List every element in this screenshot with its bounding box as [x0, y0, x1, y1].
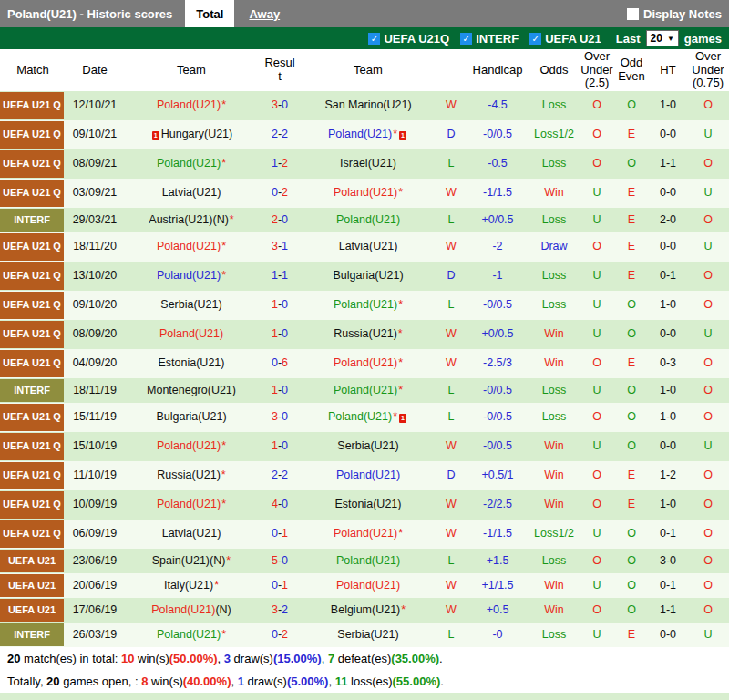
- handicap-value: +1/1.5: [467, 580, 529, 592]
- odd-even-result: E: [614, 357, 649, 370]
- away-goals: 1: [282, 240, 288, 252]
- competition-badge: UEFA U21: [0, 574, 64, 597]
- last-label: Last: [616, 32, 641, 46]
- result-letter: W: [436, 528, 467, 540]
- result-letter: D: [436, 129, 467, 141]
- competition-badge: UEFA U21 Q: [0, 121, 64, 149]
- team-name: Poland(U21): [334, 527, 397, 540]
- column-header: Odds: [529, 64, 580, 77]
- display-notes-checkbox-icon[interactable]: [627, 8, 639, 20]
- full-time-score: 0-2: [259, 187, 301, 200]
- half-time-score: 0-3: [649, 357, 687, 370]
- table-row: UEFA U21 Q 06/09/19 Latvia(U21) 0-1 Pola…: [0, 520, 729, 549]
- competition-badge: UEFA U21 Q: [0, 520, 64, 548]
- over-under-2-5-result: U: [580, 629, 614, 642]
- over-under-2-5-result: O: [580, 604, 614, 617]
- result-letter: L: [436, 411, 467, 424]
- team-name: Poland(U21): [336, 468, 400, 481]
- summary-segment: ,: [322, 652, 328, 665]
- competition-badge: UEFA U21 Q: [0, 491, 64, 519]
- star-mark: *: [398, 384, 403, 396]
- away-team: Poland(U21)*: [301, 299, 436, 312]
- handicap-odds-result: Loss: [529, 385, 580, 397]
- home-goals: 5: [272, 554, 278, 567]
- team-name: Austria(U21): [149, 213, 212, 226]
- over-under-2-5-result: O: [580, 469, 614, 482]
- checkbox-checked-icon[interactable]: ✓: [460, 33, 472, 45]
- checkbox-checked-icon[interactable]: ✓: [529, 33, 541, 45]
- historic-scores-panel: Poland(U21) - Historic scores Total Away…: [0, 0, 729, 700]
- home-team: Poland(U21)*: [124, 158, 259, 170]
- summary-segment: win(s): [134, 652, 169, 665]
- half-time-score: 0-0: [649, 440, 687, 453]
- handicap-odds-result: Loss: [529, 214, 580, 227]
- handicap-odds-result: Win: [529, 357, 580, 370]
- summary-segment: 1: [238, 674, 244, 688]
- summary-segment: ,: [218, 652, 224, 665]
- over-under-0-75-result: O: [687, 214, 729, 227]
- handicap-value: -2/2.5: [467, 499, 529, 511]
- match-date: 13/10/20: [66, 270, 124, 283]
- full-time-score: 3-2: [259, 604, 301, 617]
- odd-even-result: O: [614, 440, 649, 453]
- table-row: INTERF 18/11/19 Montenegro(U21) 1-0 Pola…: [0, 378, 729, 403]
- result-letter: W: [436, 440, 467, 453]
- table-row: UEFA U21 Q 08/09/20 Poland(U21) 1-0 Russ…: [0, 320, 729, 349]
- team-name: Poland(U21): [157, 628, 221, 641]
- handicap-odds-result: Win: [529, 580, 580, 592]
- tab-away[interactable]: Away: [249, 7, 280, 21]
- last-games-select[interactable]: 20 ▼: [646, 30, 679, 46]
- team-name: Poland(U21): [157, 439, 221, 452]
- summary-segment: (15.00%): [273, 652, 322, 665]
- handicap-odds-result: Loss: [529, 299, 580, 312]
- summary-segment: 20: [46, 674, 59, 688]
- away-team: Serbia(U21): [301, 629, 436, 642]
- full-time-score: 0-6: [259, 357, 301, 370]
- odd-even-result: O: [614, 385, 649, 397]
- table-row: INTERF 29/03/21 Austria(U21)(N)* 2-0 Pol…: [0, 208, 729, 232]
- checkbox-checked-icon[interactable]: ✓: [368, 33, 380, 45]
- last-games-value: 20: [651, 32, 662, 45]
- page-title: Poland(U21) - Historic scores: [7, 7, 172, 21]
- away-goals: 1: [282, 579, 288, 592]
- summary-segment: (55.00%): [393, 674, 441, 688]
- table-row: UEFA U21 23/06/19 Spain(U21)(N)* 5-0 Pol…: [0, 549, 729, 573]
- handicap-value: -0/0.5: [467, 129, 529, 141]
- away-goals: 0: [282, 439, 288, 452]
- tab-total[interactable]: Total: [185, 0, 234, 27]
- filter-uefa-u21q[interactable]: ✓ UEFA U21Q: [368, 32, 449, 46]
- odd-even-result: O: [614, 299, 649, 312]
- handicap-odds-result: Win: [529, 469, 580, 482]
- team-name: Poland(U21): [159, 327, 223, 340]
- over-under-2-5-result: O: [580, 357, 614, 370]
- display-notes-label: Display Notes: [643, 7, 722, 21]
- filter-interf[interactable]: ✓ INTERF: [460, 32, 519, 46]
- summary-segment: (35.00%): [391, 652, 439, 665]
- table-row: UEFA U21 Q 08/09/21 Poland(U21)* 1-2 Isr…: [0, 149, 729, 179]
- team-name: Poland(U21): [157, 269, 221, 282]
- filter-uefa-u21[interactable]: ✓ UEFA U21: [529, 32, 601, 46]
- result-letter: W: [436, 604, 467, 617]
- home-team: 1Hungary(U21): [124, 129, 259, 141]
- team-name: Poland(U21): [334, 356, 397, 369]
- handicap-value: -4.5: [467, 99, 529, 112]
- table-row: UEFA U21 Q 03/09/21 Latvia(U21) 0-2 Pola…: [0, 179, 729, 208]
- competition-badge: INTERF: [0, 623, 64, 646]
- half-time-score: 1-0: [649, 411, 687, 424]
- competition-badge: UEFA U21 Q: [0, 350, 64, 377]
- away-team: Serbia(U21): [301, 440, 436, 453]
- star-mark: *: [221, 240, 226, 252]
- away-team: Poland(U21)*: [301, 528, 436, 540]
- team-name: Latvia(U21): [339, 240, 398, 252]
- home-goals: 1: [272, 298, 278, 311]
- full-time-score: 4-0: [259, 499, 301, 511]
- summary-segment: (5.00%): [287, 674, 329, 688]
- home-team: Spain(U21)(N)*: [124, 555, 259, 568]
- display-notes-toggle[interactable]: Display Notes: [627, 7, 722, 21]
- table-header-row: MatchDateTeamResultTeamHandicapOddsOver …: [0, 49, 729, 91]
- full-time-score: 3-0: [259, 99, 301, 112]
- result-letter: W: [436, 241, 467, 253]
- column-header: Team: [301, 64, 436, 77]
- star-mark: *: [221, 439, 226, 452]
- team-name: Italy(U21): [164, 579, 213, 592]
